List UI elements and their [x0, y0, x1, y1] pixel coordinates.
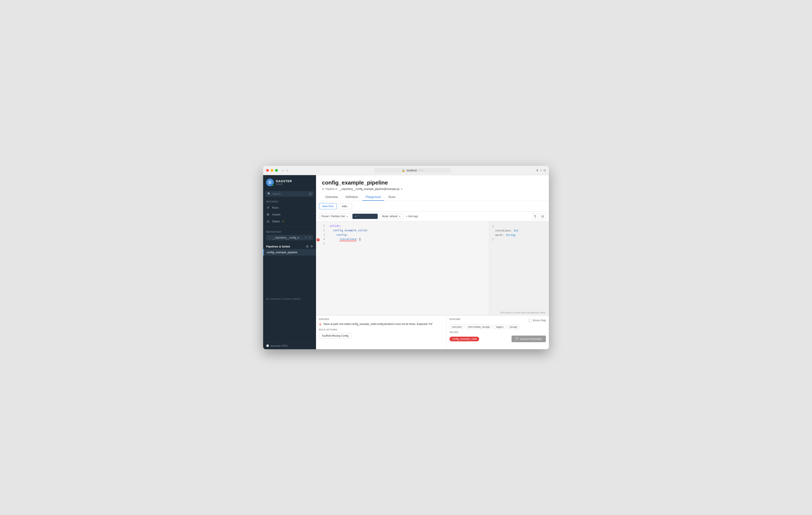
tab-overview[interactable]: Overview [322, 193, 341, 201]
editor-area: ✕ 1 2 3 4 5 soli [316, 221, 549, 315]
brand-logo: D [266, 179, 274, 186]
repo-refresh-icon[interactable]: ↻ [309, 236, 311, 239]
add-tags-button[interactable]: + Add tags [405, 214, 419, 219]
grid-icon[interactable]: ⊞ [306, 245, 309, 248]
pipeline-item-label: config_example_pipeline [267, 251, 297, 254]
share-icon[interactable]: ⬆ [536, 169, 539, 172]
search-shortcut: / [309, 192, 312, 195]
view-toggle-split[interactable]: ⊟ [540, 213, 546, 219]
clock-icon: 🕐 [266, 344, 269, 347]
subtitle-prefix: Pipeline in [326, 188, 337, 191]
sidebar-divider-1 [263, 227, 316, 227]
runtime-header: RUNTIME Errors Only [450, 318, 546, 323]
errors-label: ERRORS [319, 318, 443, 320]
line-error-indicator: ✕ [317, 238, 320, 241]
browser-nav: ‹ › [281, 168, 289, 173]
back-button[interactable]: ‹ [281, 168, 284, 173]
sidebar-item-runs[interactable]: ↺ Runs [263, 204, 316, 211]
repo-icon: ⌥ [268, 236, 271, 239]
runtime-tag-loggers[interactable]: loggers [493, 325, 506, 329]
runtime-tags: execution intermediate_storage loggers s… [450, 325, 546, 329]
launch-execution-button[interactable]: Launch Execution [512, 335, 546, 342]
playground-controls: Preset / Partition Set ▼ ✦ * Mode: defau… [316, 212, 549, 221]
scaffold-input[interactable]: ✦ * [352, 214, 378, 219]
runtime-tag-intermediate-storage[interactable]: intermediate_storage [465, 325, 492, 329]
titlebar-center: 🔒 localhost ⊙ ↻ [289, 168, 536, 173]
search-input[interactable] [272, 192, 307, 195]
scaffold-star-icon: ✦ [355, 215, 357, 218]
code-editor[interactable]: 1 2 3 4 5 solids: config_example_solid: … [320, 221, 489, 315]
mode-dropdown[interactable]: Mode: default ▼ [380, 214, 403, 219]
solids-label: SOLIDS [450, 331, 546, 333]
pipelines-heading-label: Pipelines & Solids [266, 245, 290, 248]
schema-hint: Ctrl+Space to show auto-completions inli… [489, 310, 549, 315]
forward-button[interactable]: › [286, 168, 289, 173]
content-header: config_example_pipeline ⊞ Pipeline in __… [316, 175, 549, 201]
traffic-lights [266, 169, 278, 172]
lock-icon: 🔒 [402, 169, 405, 172]
reader-icon: ⊙ ↻ [418, 169, 423, 172]
url-bar[interactable]: 🔒 localhost ⊙ ↻ [374, 168, 451, 173]
refresh-icon[interactable]: ↻ [401, 188, 403, 191]
assets-icon: ⊞ [266, 213, 270, 216]
url-text: localhost [407, 169, 417, 172]
preset-partition-label: Preset / Partition Set [321, 215, 345, 218]
code-content[interactable]: solids: config_example_solid: config: it… [327, 221, 489, 315]
online-indicator [272, 184, 274, 186]
launch-spinner [515, 337, 518, 341]
launch-btn-label: Launch Execution [520, 337, 542, 341]
new-tab-icon[interactable]: + [540, 169, 542, 172]
error-message: ⊗ Value at path root:solids:config_examp… [319, 323, 443, 326]
preset-partition-dropdown[interactable]: Preset / Partition Set ▼ [319, 214, 351, 219]
tabs: Overview Definition Playground Runs [322, 193, 543, 201]
instance-label: INSTANCE [263, 200, 316, 204]
add-tab[interactable]: Add... [339, 203, 352, 209]
pipeline-item-config-example[interactable]: config_example_pipeline [263, 249, 316, 255]
runtime-tag-execution[interactable]: execution [450, 325, 464, 329]
status-label: Status [272, 220, 280, 223]
titlebar-actions: ⬆ + ⊡ [536, 169, 546, 172]
settings-icon[interactable]: ⚙ [310, 245, 313, 248]
status-icon: ◎ [266, 219, 270, 223]
errors-only-checkbox[interactable] [529, 319, 531, 322]
repo-caret-icon: ▼ [304, 237, 307, 239]
view-toggle-text[interactable]: ¶ [532, 213, 538, 219]
tab-runs[interactable]: Runs [385, 193, 399, 201]
pipeline-subtitle: ⊞ Pipeline in __repository__config_examp… [322, 187, 543, 191]
repo-name: __repository__config_e... [272, 236, 303, 239]
fullscreen-button[interactable] [275, 169, 278, 172]
sidebar-search[interactable]: 🔍 / [265, 191, 314, 197]
content-area: config_example_pipeline ⊞ Pipeline in __… [316, 175, 549, 349]
page-title: config_example_pipeline [322, 180, 543, 186]
editor-gutter: 1 2 3 4 5 solids: config_example_solid: … [320, 221, 489, 315]
bulk-actions-label: BULK ACTIONS: [319, 329, 443, 331]
new-run-tab[interactable]: New Run [319, 203, 337, 209]
runs-label: Runs [272, 206, 279, 209]
tab-playground[interactable]: Playground [362, 193, 384, 201]
scaffold-missing-config-button[interactable]: Scaffold Missing Config [319, 333, 351, 338]
minimize-button[interactable] [270, 169, 273, 172]
no-schedules-msg: No schedules or sensors defined [263, 296, 316, 302]
errors-panel: ERRORS ⊗ Value at path root:solids:confi… [316, 316, 446, 349]
repo-label: REPOSITORY [266, 231, 313, 233]
repo-selector[interactable]: ⌥ __repository__config_e... ▼ ↻ [266, 235, 313, 240]
error-text: Value at path root:solids:config_example… [323, 323, 433, 326]
subtitle-repo: __repository__config_example_pipeline@ex… [339, 188, 399, 191]
sidebar: D DAGSTER 0.10.8 🔍 / INSTANCE ↺ Runs [263, 175, 316, 349]
runtime-panel: RUNTIME Errors Only execution intermedia… [446, 316, 549, 349]
sidebar-toggle-icon[interactable]: ⊡ [544, 169, 546, 172]
scaffold-value: * [358, 215, 359, 218]
pipelines-heading: Pipelines & Solids ⊞ ⚙ [263, 242, 316, 249]
runtime-tag-storage[interactable]: storage [507, 325, 520, 329]
close-button[interactable] [266, 169, 269, 172]
tab-definition[interactable]: Definition [342, 193, 361, 201]
mode-label: Mode: default [382, 215, 398, 218]
bottom-area: ERRORS ⊗ Value at path root:solids:confi… [316, 315, 549, 349]
errors-only-control[interactable]: Errors Only [529, 319, 546, 322]
mode-caret-icon: ▼ [399, 215, 401, 218]
solid-tag[interactable]: config_example_solid [450, 337, 479, 341]
solid-row: config_example_solid Launch Execution [450, 335, 546, 342]
sidebar-item-assets[interactable]: ⊞ Assets [263, 211, 316, 218]
titlebar: ‹ › 🔒 localhost ⊙ ↻ ⬆ + ⊡ [263, 166, 549, 175]
sidebar-item-status[interactable]: ◎ Status ⚠ [263, 218, 316, 225]
